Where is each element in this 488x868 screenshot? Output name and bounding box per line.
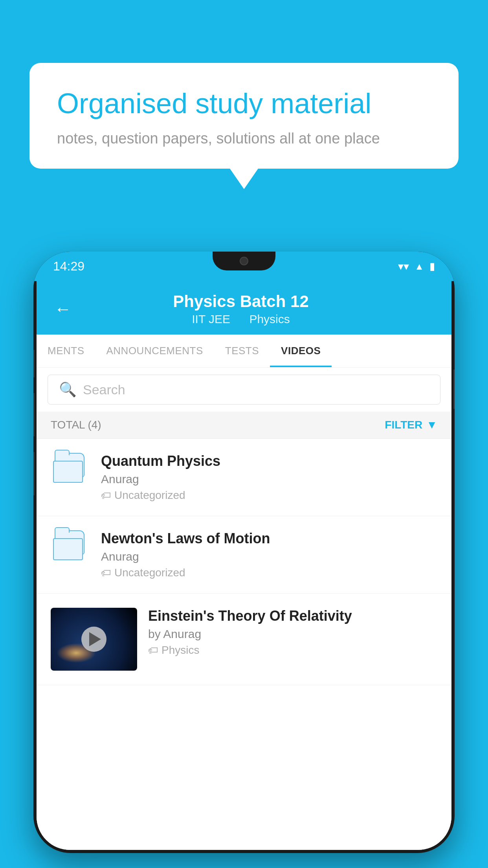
tag-icon: 🏷 [101,489,111,502]
folder-icon [53,530,88,560]
list-item[interactable]: Newton's Laws of Motion Anurag 🏷 Uncateg… [37,516,451,594]
tab-tests[interactable]: TESTS [214,335,270,367]
tag-icon: 🏷 [101,567,111,579]
phone-screen: ← Physics Batch 12 IIT JEE Physics MENTS… [37,281,451,850]
item-info: Quantum Physics Anurag 🏷 Uncategorized [101,453,437,502]
item-tag: 🏷 Uncategorized [101,489,437,502]
tab-videos[interactable]: VIDEOS [270,335,332,367]
back-button[interactable]: ← [54,299,72,319]
folder-front [53,538,83,560]
item-author: Anurag [101,550,437,563]
search-placeholder: Search [83,382,125,397]
item-info: Einstein's Theory Of Relativity by Anura… [148,608,437,657]
speech-bubble-container: Organised study material notes, question… [29,63,459,169]
tag-label: Uncategorized [114,489,185,502]
phone-mockup: 14:29 ▾▾ ▲ ▮ ← Physics Batch 12 IIT JEE … [33,252,455,853]
speech-bubble: Organised study material notes, question… [29,63,459,169]
battery-icon: ▮ [429,260,435,272]
item-author: by Anurag [148,627,437,641]
item-thumbnail [51,530,90,560]
speech-bubble-title: Organised study material [57,86,431,120]
folder-icon [53,453,88,483]
content-area: Quantum Physics Anurag 🏷 Uncategorized [37,439,451,850]
search-icon: 🔍 [59,381,77,398]
volume-down-button [33,452,35,495]
status-bar: 14:29 ▾▾ ▲ ▮ [33,252,455,281]
item-title: Einstein's Theory Of Relativity [148,608,437,624]
item-author: Anurag [101,473,437,486]
filter-label: FILTER [385,419,422,431]
power-button [453,370,455,409]
play-button[interactable] [81,627,106,652]
mute-button [33,350,35,377]
tabs-bar: MENTS ANNOUNCEMENTS TESTS VIDEOS [37,335,451,368]
total-count: TOTAL (4) [51,419,101,431]
item-title: Newton's Laws of Motion [101,530,437,547]
tag-icon: 🏷 [148,644,158,657]
item-info: Newton's Laws of Motion Anurag 🏷 Uncateg… [101,530,437,579]
item-tag: 🏷 Uncategorized [101,566,437,579]
play-triangle-icon [89,632,101,646]
header-title-group: Physics Batch 12 IIT JEE Physics [83,292,398,326]
header-subtitle-physics: Physics [249,313,290,326]
header-subtitle: IIT JEE Physics [83,313,398,326]
filter-row: TOTAL (4) FILTER ▼ [37,412,451,439]
tag-label: Physics [161,644,199,657]
header-title: Physics Batch 12 [83,292,398,311]
search-bar-container: 🔍 Search [37,368,451,412]
list-item[interactable]: Quantum Physics Anurag 🏷 Uncategorized [37,439,451,516]
signal-icon: ▲ [415,261,424,272]
notch [213,252,275,270]
speech-bubble-subtitle: notes, question papers, solutions all at… [57,130,431,147]
app-header: ← Physics Batch 12 IIT JEE Physics [37,281,451,335]
header-subtitle-iit: IIT JEE [192,313,230,326]
folder-front [53,461,83,483]
status-time: 14:29 [53,259,84,274]
item-tag: 🏷 Physics [148,644,437,657]
list-item[interactable]: Einstein's Theory Of Relativity by Anura… [37,594,451,685]
video-thumbnail [51,608,137,671]
wifi-icon: ▾▾ [398,260,409,273]
filter-icon: ▼ [426,419,437,431]
search-bar[interactable]: 🔍 Search [48,375,440,405]
status-icons: ▾▾ ▲ ▮ [398,260,435,273]
tab-announcements[interactable]: ANNOUNCEMENTS [95,335,214,367]
item-title: Quantum Physics [101,453,437,469]
volume-up-button [33,393,35,436]
filter-button[interactable]: FILTER ▼ [385,419,437,431]
item-thumbnail [51,453,90,483]
tab-ments[interactable]: MENTS [37,335,95,367]
camera [240,257,248,265]
tag-label: Uncategorized [114,566,185,579]
